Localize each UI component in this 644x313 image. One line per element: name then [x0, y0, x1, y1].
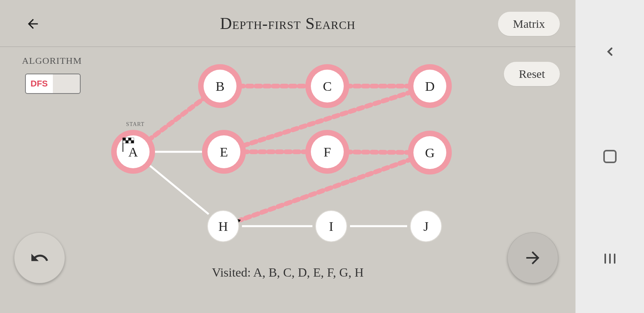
svg-rect-26 — [604, 254, 606, 264]
graph-node-J[interactable]: J — [410, 210, 442, 242]
svg-rect-6 — [131, 138, 134, 140]
graph-node-H[interactable]: H — [207, 210, 239, 242]
system-nav-bar — [575, 0, 644, 313]
start-label: START — [126, 121, 144, 127]
svg-rect-10 — [131, 140, 134, 143]
node-label: F — [324, 145, 331, 159]
graph-node-C[interactable]: C — [305, 64, 349, 108]
node-label: G — [425, 146, 435, 160]
main-area: Depth-first Search Matrix Reset ALGORITH… — [0, 0, 575, 313]
chevron-left-icon — [603, 45, 617, 58]
algorithm-value: DFS — [31, 79, 48, 89]
graph-canvas[interactable]: ASTARTBCDEFGHIJ — [102, 55, 478, 262]
graph-node-I[interactable]: I — [316, 210, 347, 242]
bars-icon — [602, 252, 618, 265]
svg-rect-9 — [128, 140, 131, 143]
page-title: Depth-first Search — [0, 14, 575, 33]
svg-rect-4 — [126, 138, 128, 140]
undo-icon — [30, 248, 49, 268]
graph-edge — [148, 97, 205, 140]
graph-node-D[interactable]: D — [408, 64, 452, 108]
system-home-button[interactable] — [603, 150, 617, 163]
svg-rect-27 — [609, 254, 611, 264]
matrix-button[interactable]: Matrix — [498, 12, 560, 36]
graph-node-E[interactable]: E — [202, 130, 246, 174]
graph-edge — [346, 152, 411, 152]
visited-prefix: Visited: — [212, 265, 253, 279]
svg-rect-8 — [126, 140, 128, 143]
algorithm-selector[interactable]: DFS — [25, 74, 81, 94]
graph-node-B[interactable]: B — [198, 64, 242, 108]
node-label: I — [329, 219, 333, 234]
system-recents-button[interactable] — [602, 251, 618, 269]
undo-button[interactable] — [14, 232, 65, 283]
node-label: C — [323, 79, 332, 94]
system-back-button[interactable] — [603, 44, 617, 62]
top-bar: Depth-first Search Matrix — [0, 0, 575, 47]
node-label: J — [423, 219, 428, 234]
svg-rect-3 — [123, 138, 126, 140]
node-label: B — [216, 79, 225, 94]
graph-node-F[interactable]: F — [305, 130, 349, 174]
visited-list: A, B, C, D, E, F, G, H — [253, 265, 364, 279]
svg-rect-28 — [614, 254, 615, 264]
node-label: D — [425, 79, 435, 94]
node-label: H — [218, 219, 228, 234]
svg-rect-5 — [128, 138, 131, 140]
svg-rect-7 — [123, 140, 126, 143]
algorithm-label: ALGORITHM — [22, 56, 82, 66]
next-step-button[interactable] — [507, 232, 558, 283]
graph-node-G[interactable]: G — [408, 131, 452, 174]
node-label: A — [128, 145, 138, 159]
graph-node-A[interactable]: ASTART — [111, 121, 155, 174]
node-label: E — [220, 145, 228, 159]
arrow-right-icon — [523, 248, 543, 268]
reset-button[interactable]: Reset — [504, 62, 560, 86]
graph-edge — [148, 164, 209, 214]
visited-status: Visited: A, B, C, D, E, F, G, H — [0, 265, 575, 280]
